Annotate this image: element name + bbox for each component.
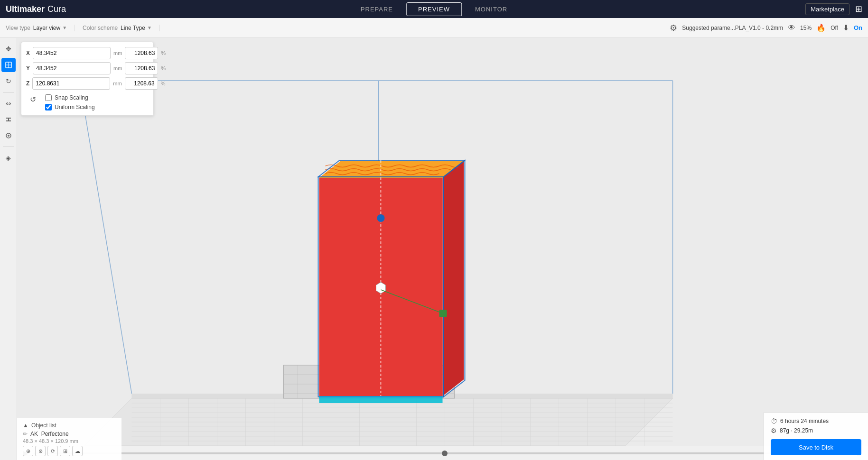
titlebar: Ultimaker Cura PREPARE PREVIEW MONITOR M… (0, 0, 868, 18)
scale-x-row: X mm % (26, 47, 149, 59)
uniform-scaling-label: Uniform Scaling (55, 104, 95, 110)
z-pct-sym: % (161, 81, 166, 86)
support-tool-button[interactable] (1, 112, 16, 127)
off-label: Off (831, 25, 838, 31)
print-time: 6 hours 24 minutes (780, 418, 829, 424)
obj-icon-4[interactable]: ⊞ (60, 446, 70, 456)
view-type-section: View type Layer view ▼ (6, 25, 75, 31)
tool-separator-1 (3, 92, 14, 92)
color-scheme-chevron-icon: ▼ (147, 25, 152, 30)
svg-marker-64 (319, 161, 464, 178)
tool-separator-2 (3, 147, 14, 147)
x-mm-unit: mm (113, 50, 122, 56)
param-label[interactable]: Suggested parame...PLA_V1.0 - 0.2mm (682, 25, 783, 31)
uniform-scaling-option[interactable]: Uniform Scaling (45, 104, 95, 110)
playback-bar: ▶ ⏺ (17, 446, 868, 460)
on-label: On (854, 24, 862, 31)
logo-ultimaker: Ultimaker (6, 4, 45, 14)
z-mm-unit: mm (113, 81, 121, 86)
color-scheme-value: Line Type (121, 25, 145, 31)
y-pct-sym: % (161, 65, 166, 71)
snap-scaling-checkbox[interactable] (45, 94, 52, 101)
scale-options: Snap Scaling Uniform Scaling (43, 94, 95, 110)
obj-icon-5[interactable]: ☁ (72, 446, 83, 456)
nav-tabs: PREPARE PREVIEW MONITOR (349, 2, 519, 16)
y-mm-unit: mm (113, 65, 122, 71)
scale-z-row: Z mm % (26, 77, 149, 90)
svg-point-69 (377, 214, 385, 222)
logo-cura: Cura (47, 4, 66, 14)
mirror-tool-button[interactable]: ⇔ (1, 96, 16, 110)
tab-monitor[interactable]: MONITOR (464, 2, 519, 16)
edit-icon: ✏ (23, 431, 28, 437)
color-scheme-section: Color scheme Line Type ▼ (83, 25, 160, 31)
view-type-chevron-icon: ▼ (62, 25, 67, 30)
marketplace-button[interactable]: Marketplace (805, 3, 849, 15)
collapse-icon[interactable]: ▲ (23, 422, 28, 429)
uniform-scaling-checkbox[interactable] (45, 104, 52, 110)
grid-icon[interactable]: ⊞ (855, 4, 862, 14)
slider-thumb[interactable] (442, 451, 448, 456)
color-scheme-label: Color scheme (83, 25, 118, 31)
tab-preview[interactable]: PREVIEW (406, 2, 462, 16)
main-area: ✥ ↻ ⇔ ◈ (0, 38, 868, 460)
view-type-dropdown[interactable]: Layer view ▼ (33, 25, 67, 31)
percent-label: 15% (800, 25, 812, 31)
snap-scaling-label: Snap Scaling (55, 94, 88, 101)
settings-icon[interactable]: ⚙ (670, 23, 677, 33)
print-material-row: ⚙ 87g · 29.25m (771, 427, 861, 434)
x-mm-input[interactable] (33, 47, 111, 59)
scale-tool-button[interactable] (1, 58, 16, 72)
extra-tool-button[interactable]: ◈ (1, 151, 16, 165)
rotate-tool-button[interactable]: ↻ (1, 74, 16, 88)
print-time-row: ⏱ 6 hours 24 minutes (771, 417, 861, 425)
object-dimensions: 48.3 × 48.3 × 120.9 mm (23, 438, 116, 444)
z-mm-input[interactable] (32, 77, 110, 90)
svg-rect-5 (6, 118, 8, 119)
color-scheme-dropdown[interactable]: Line Type ▼ (121, 25, 152, 31)
object-list-item: ✏ AK_Perfectone (23, 431, 116, 437)
object-name[interactable]: AK_Perfectone (30, 431, 69, 437)
print-material: 87g · 29.25m (780, 427, 813, 434)
flame-icon[interactable]: 🔥 (816, 23, 826, 32)
move-tool-button[interactable]: ✥ (1, 42, 16, 56)
z-pct-input[interactable] (125, 77, 158, 90)
toolbar: View type Layer view ▼ Color scheme Line… (0, 18, 868, 38)
material-icon: ⚙ (771, 427, 777, 434)
scale-panel: X mm % Y mm % Z mm % ↺ (21, 42, 154, 116)
download-icon[interactable]: ⬇ (843, 23, 849, 32)
save-to-disk-button[interactable]: Save to Disk (771, 439, 861, 455)
object-list-header: ▲ Object list (23, 422, 116, 429)
toolbar-right: ⚙ Suggested parame...PLA_V1.0 - 0.2mm 👁 … (670, 23, 862, 33)
print-info-panel: ⏱ 6 hours 24 minutes ⚙ 87g · 29.25m Save… (764, 412, 868, 460)
app-logo: Ultimaker Cura (6, 4, 66, 14)
svg-rect-4 (8, 118, 9, 121)
object-item-icons: ⊕ ⊗ ⟳ ⊞ ☁ (23, 446, 116, 456)
scale-y-row: Y mm % (26, 62, 149, 74)
y-pct-input[interactable] (125, 62, 158, 74)
titlebar-right: Marketplace ⊞ (805, 3, 862, 15)
time-icon: ⏱ (771, 417, 777, 425)
reset-scale-button[interactable]: ↺ (26, 92, 39, 106)
x-axis-label: X (26, 50, 30, 56)
x-pct-sym: % (161, 50, 166, 56)
x-pct-input[interactable] (125, 47, 158, 59)
viewport[interactable]: X mm % Y mm % Z mm % ↺ (17, 38, 868, 460)
scale-options-row: ↺ Snap Scaling Uniform Scaling (26, 92, 149, 110)
svg-rect-6 (9, 118, 11, 119)
obj-icon-1[interactable]: ⊕ (23, 446, 33, 456)
y-mm-input[interactable] (33, 62, 111, 74)
view-type-value: Layer view (33, 25, 60, 31)
svg-point-8 (8, 135, 9, 137)
object-list-title: Object list (31, 422, 56, 429)
obj-icon-2[interactable]: ⊗ (35, 446, 46, 456)
object-list-panel: ▲ Object list ✏ AK_Perfectone 48.3 × 48.… (17, 418, 121, 460)
layer-slider[interactable] (33, 452, 850, 454)
tab-prepare[interactable]: PREPARE (349, 2, 404, 16)
y-axis-label: Y (26, 65, 30, 72)
snap-scaling-option[interactable]: Snap Scaling (45, 94, 95, 101)
obj-icon-3[interactable]: ⟳ (47, 446, 58, 456)
paint-tool-button[interactable] (1, 129, 16, 143)
visibility-icon[interactable]: 👁 (788, 24, 795, 32)
z-axis-label: Z (26, 80, 29, 87)
